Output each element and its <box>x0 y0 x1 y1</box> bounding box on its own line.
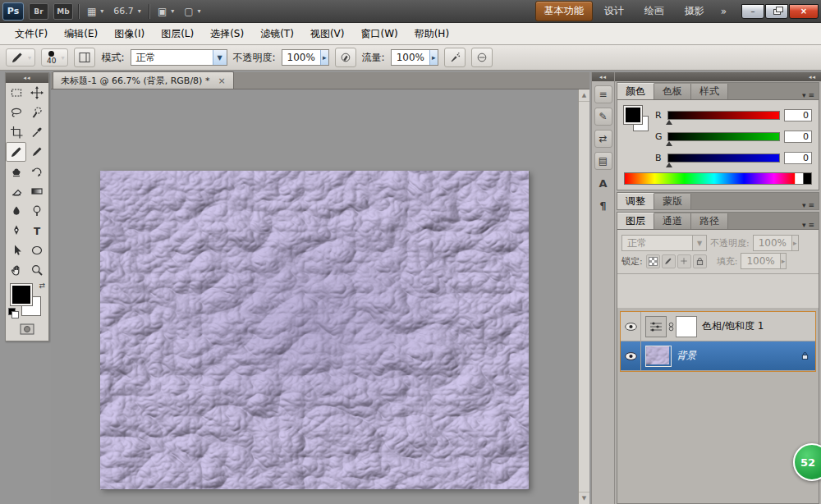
blue-slider-handle[interactable] <box>666 163 672 167</box>
zoom-tool[interactable] <box>26 260 47 280</box>
tab-masks[interactable]: 蒙版 <box>654 194 691 209</box>
type-tool[interactable]: T <box>26 221 47 241</box>
info-panel-icon[interactable]: ▤ <box>594 152 612 170</box>
panels-collapse-button[interactable]: ◂◂ <box>615 72 821 81</box>
brush-preset-picker[interactable]: 40 <box>41 48 68 66</box>
gradient-tool[interactable] <box>26 181 47 201</box>
tab-channels[interactable]: 通道 <box>654 213 691 229</box>
default-colors-icon[interactable] <box>8 308 18 318</box>
panel-menu-icon[interactable] <box>798 201 819 209</box>
layer-row-adjustment[interactable]: 色相/饱和度 1 <box>621 312 815 341</box>
path-selection-tool[interactable] <box>6 241 26 260</box>
lock-transparency-button[interactable] <box>646 254 660 268</box>
swap-colors-icon[interactable]: ⇄ <box>39 282 45 290</box>
rectangular-marquee-tool[interactable] <box>6 83 26 103</box>
layer-opacity-input[interactable]: 100% ▸ <box>753 235 799 251</box>
tab-paths[interactable]: 路径 <box>691 213 728 229</box>
foreground-color-swatch[interactable] <box>11 284 32 305</box>
tablet-pressure-opacity-button[interactable] <box>335 48 356 67</box>
crop-tool[interactable] <box>6 122 26 142</box>
menu-help[interactable]: 帮助(H) <box>406 23 457 44</box>
zoom-level-control[interactable]: 66.7 <box>111 4 144 18</box>
launch-mini-bridge-button[interactable]: Mb <box>53 3 73 20</box>
layer-name[interactable]: 背景 <box>677 349 696 363</box>
scroll-down-icon[interactable]: ▼ <box>579 492 589 504</box>
arrange-documents-button[interactable]: ▣ <box>155 5 177 18</box>
visibility-toggle[interactable] <box>621 312 641 341</box>
red-slider-handle[interactable] <box>666 120 672 125</box>
workspace-essentials-button[interactable]: 基本功能 <box>535 1 593 21</box>
red-value-input[interactable]: 0 <box>784 109 812 121</box>
dodge-tool[interactable] <box>26 201 47 221</box>
tab-swatches[interactable]: 色板 <box>654 84 691 99</box>
dock-collapse-button[interactable]: ◂◂ <box>592 72 614 81</box>
layer-name[interactable]: 色相/饱和度 1 <box>702 319 764 333</box>
layer-row-background[interactable]: 背景 <box>621 341 815 371</box>
brush-panel-icon[interactable]: ✎ <box>594 108 612 126</box>
panel-menu-icon[interactable] <box>798 91 819 99</box>
lock-pixels-button[interactable] <box>662 254 676 268</box>
opacity-input[interactable]: 100% ▸ <box>282 49 329 66</box>
workspace-design-button[interactable]: 设计 <box>595 1 633 21</box>
red-slider[interactable] <box>667 111 780 120</box>
toggle-brush-panel-button[interactable] <box>74 48 95 67</box>
blur-tool[interactable] <box>6 201 26 221</box>
tools-collapse-button[interactable]: ◂◂ <box>6 73 48 83</box>
eraser-tool[interactable] <box>6 181 26 201</box>
history-brush-tool[interactable] <box>26 162 47 181</box>
scroll-up-icon[interactable]: ▲ <box>579 89 589 102</box>
blue-value-input[interactable]: 0 <box>784 152 812 164</box>
visibility-toggle[interactable] <box>621 341 641 370</box>
layer-blend-mode-select[interactable]: 正常 ▼ <box>621 235 707 251</box>
view-extras-button[interactable]: ▦ <box>85 5 106 18</box>
paragraph-panel-icon[interactable]: ¶ <box>594 196 612 214</box>
hand-tool[interactable] <box>6 260 26 280</box>
green-value-input[interactable]: 0 <box>784 131 812 143</box>
canvas-image[interactable] <box>100 171 529 489</box>
quick-selection-tool[interactable] <box>26 103 47 122</box>
menu-file[interactable]: 文件(F) <box>7 23 56 44</box>
workspace-painting-button[interactable]: 绘画 <box>635 1 673 21</box>
green-slider-handle[interactable] <box>666 141 672 146</box>
color-spectrum-ramp[interactable] <box>624 172 812 185</box>
canvas-pasteboard[interactable] <box>51 89 578 504</box>
menu-layer[interactable]: 图层(L) <box>153 23 202 44</box>
eyedropper-tool[interactable] <box>26 122 47 142</box>
menu-edit[interactable]: 编辑(E) <box>56 23 106 44</box>
foreground-color-swatch[interactable] <box>624 106 642 124</box>
clone-source-panel-icon[interactable]: ⇄ <box>594 130 612 148</box>
history-panel-icon[interactable]: ≡ <box>594 85 612 103</box>
airbrush-toggle-button[interactable] <box>444 48 466 67</box>
tablet-pressure-size-button[interactable] <box>471 48 493 67</box>
menu-image[interactable]: 图像(I) <box>106 23 153 44</box>
move-tool[interactable] <box>26 83 47 103</box>
pen-tool[interactable] <box>6 221 26 241</box>
minimize-button[interactable]: – <box>741 4 764 19</box>
vertical-scrollbar[interactable]: ▲ ▼ <box>578 89 589 504</box>
tab-color[interactable]: 颜色 <box>617 83 654 99</box>
layer-thumbnail[interactable] <box>645 346 672 367</box>
menu-select[interactable]: 选择(S) <box>202 23 252 44</box>
menu-window[interactable]: 窗口(W) <box>352 23 406 44</box>
blue-slider[interactable] <box>667 153 780 163</box>
lasso-tool[interactable] <box>6 103 26 122</box>
flow-input[interactable]: 100% ▸ <box>391 49 438 66</box>
character-panel-icon[interactable]: A <box>594 174 612 192</box>
restore-button[interactable] <box>765 4 788 19</box>
menu-view[interactable]: 视图(V) <box>302 23 353 44</box>
panel-menu-icon[interactable] <box>798 221 819 229</box>
menu-filter[interactable]: 滤镜(T) <box>252 23 302 44</box>
green-slider[interactable] <box>667 132 780 141</box>
layer-fill-input[interactable]: 100% ▸ <box>741 253 787 269</box>
brush-tool[interactable] <box>6 142 26 162</box>
tab-layers[interactable]: 图层 <box>617 213 654 229</box>
quick-mask-button[interactable] <box>18 323 36 336</box>
tab-styles[interactable]: 样式 <box>691 84 728 99</box>
healing-brush-tool[interactable] <box>26 142 47 162</box>
lock-all-button[interactable] <box>693 254 707 268</box>
screen-mode-button[interactable]: ▢ <box>181 5 203 18</box>
tool-preset-picker[interactable] <box>6 48 35 66</box>
lock-position-button[interactable] <box>677 254 691 268</box>
blend-mode-select[interactable]: 正常 ▼ <box>131 49 227 66</box>
close-button[interactable]: × <box>789 4 819 19</box>
